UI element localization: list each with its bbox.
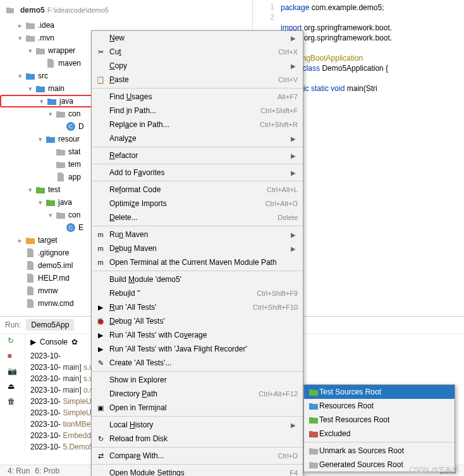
menu-item[interactable]: mOpen Terminal at the Current Maven Modu… [92,255,303,269]
submenu-label: Unmark as Sources Root [319,446,404,455]
menu-icon: ▶ [94,303,107,312]
tree-label: demo5.iml [38,261,73,270]
submenu-label: Resources Root [319,401,374,410]
menu-icon: ▣ [94,404,107,412]
rerun-icon[interactable]: ↻ [8,336,18,346]
console-tab-label[interactable]: Console [40,336,68,348]
submenu-item[interactable]: Resources Root [304,399,455,413]
menu-label: Cut [107,47,273,56]
menu-label: Directory Path [107,389,253,398]
tree-label: java [58,198,72,207]
submenu-arrow-icon: ▶ [289,35,298,42]
tree-label: java [59,97,73,106]
submenu-item[interactable]: Excluded [304,427,455,441]
menu-item[interactable]: Open Module SettingsF4 [92,466,303,476]
submenu-item[interactable]: Unmark as Sources Root [304,444,455,458]
class-icon: C [66,121,76,131]
menu-item[interactable]: Copy▶ [92,59,303,73]
submenu-arrow-icon: ▶ [289,231,298,238]
menu-item[interactable]: ▶Run 'All Tests' with Coverage [92,328,303,342]
menu-label: Debug 'All Tests' [107,317,298,326]
menu-item[interactable]: Find in Path...Ctrl+Shift+F [92,104,303,118]
folder-icon [25,33,35,43]
expand-arrow[interactable]: ▾ [15,34,25,42]
expand-arrow[interactable]: ▸ [15,236,25,245]
folder-icon [56,210,66,220]
submenu-arrow-icon: ▶ [289,63,298,70]
mark-directory-submenu[interactable]: Test Sources RootResources RootTest Reso… [303,384,455,472]
menu-icon: ✂ [94,48,107,56]
menu-item[interactable]: ✎Create 'All Tests'... [92,356,303,370]
menu-shortcut: Ctrl+X [278,48,298,56]
tab-run[interactable]: 4: Run [8,467,30,475]
run-tab-name[interactable]: Demo5App [26,319,74,331]
expand-arrow[interactable]: ▾ [25,186,35,194]
menu-item[interactable]: Show in Explorer [92,373,303,387]
menu-label: Replace in Path... [107,120,255,129]
menu-label: Open Terminal at the Current Maven Modul… [107,258,298,267]
menu-item[interactable]: 🐞Debug 'All Tests' [92,314,303,328]
menu-item[interactable]: Refactor▶ [92,149,303,162]
tree-label: tem [68,160,81,169]
menu-item[interactable]: ↻Reload from Disk [92,432,303,446]
menu-item[interactable]: Delete...Delete [92,211,303,224]
expand-arrow[interactable]: ▾ [35,135,46,143]
file-icon [25,260,35,271]
expand-arrow[interactable]: ▾ [15,72,25,80]
menu-item[interactable]: mRun Maven▶ [92,228,303,241]
expand-arrow[interactable]: ▾ [25,47,35,55]
menu-item[interactable]: ▶Run 'All Tests' with 'Java Flight Recor… [92,342,303,356]
submenu-arrow-icon: ▶ [289,245,298,252]
menu-item[interactable]: Build Module 'demo5' [92,272,303,286]
trash-icon[interactable]: 🗑 [8,397,18,407]
tree-label: resour [58,135,80,143]
expand-arrow[interactable]: ▾ [46,211,56,219]
menu-item[interactable]: ✂CutCtrl+X [92,45,303,59]
menu-item[interactable]: 📋PasteCtrl+V [92,73,303,87]
submenu-label: Generated Sources Root [319,460,403,469]
menu-icon: m [94,245,107,252]
expand-arrow[interactable]: ▾ [37,97,47,106]
module-icon [5,5,15,15]
menu-item[interactable]: New▶ [92,31,303,45]
submenu-item[interactable]: Test Resources Root [304,413,455,427]
menu-shortcut: Ctrl+Alt+O [266,200,298,207]
tree-label: main [48,84,64,93]
menu-item[interactable]: Analyze▶ [92,131,303,145]
menu-item[interactable]: Rebuild ''Ctrl+Shift+F9 [92,286,303,300]
menu-item[interactable]: ⇄Compare With...Ctrl+D [92,449,303,463]
menu-item[interactable]: mDebug Maven▶ [92,241,303,255]
expand-arrow[interactable]: ▾ [25,85,35,93]
exit-icon[interactable]: ⏏ [8,382,18,392]
menu-item[interactable]: Add to Favorites▶ [92,166,303,180]
endpoints-icon[interactable]: ✿ [71,336,78,348]
submenu-item[interactable]: Test Sources Root [304,385,455,399]
menu-label: Create 'All Tests'... [107,358,298,367]
run-toolbar: ↻ ■ 📷 ⏏ 🗑 [0,334,25,453]
menu-item[interactable]: ▶Run 'All Tests'Ctrl+Shift+F10 [92,300,303,314]
tree-label: D [78,122,84,131]
file-icon [25,273,35,283]
menu-label: Run 'All Tests' [107,303,248,312]
menu-label: Build Module 'demo5' [107,275,298,284]
menu-item[interactable]: Directory PathCtrl+Alt+F12 [92,387,303,401]
tree-node-.idea[interactable]: ▸.idea [0,19,252,32]
camera-icon[interactable]: 📷 [8,367,18,377]
menu-item[interactable]: ▣Open in Terminal [92,401,303,415]
context-menu[interactable]: New▶✂CutCtrl+XCopy▶📋PasteCtrl+VFind Usag… [91,30,303,476]
menu-item[interactable]: Reformat CodeCtrl+Alt+L [92,183,303,197]
editor-code[interactable]: package com.example.demo5; import org.sp… [281,3,464,114]
menu-item[interactable]: Optimize ImportsCtrl+Alt+O [92,197,303,211]
expand-arrow[interactable]: ▾ [46,110,56,118]
menu-item[interactable]: Replace in Path...Ctrl+Shift+R [92,118,303,131]
menu-label: Run 'All Tests' with 'Java Flight Record… [107,345,298,353]
expand-arrow[interactable]: ▸ [15,21,25,30]
expand-arrow[interactable]: ▾ [35,198,46,207]
menu-shortcut: Alt+F7 [278,93,298,101]
menu-label: Paste [107,75,273,84]
menu-label: Delete... [107,213,272,222]
tab-problems[interactable]: 6: Prob [35,467,59,475]
menu-item[interactable]: Local History▶ [92,418,303,432]
menu-item[interactable]: Find UsagesAlt+F7 [92,90,303,104]
stop-icon[interactable]: ■ [8,351,18,362]
